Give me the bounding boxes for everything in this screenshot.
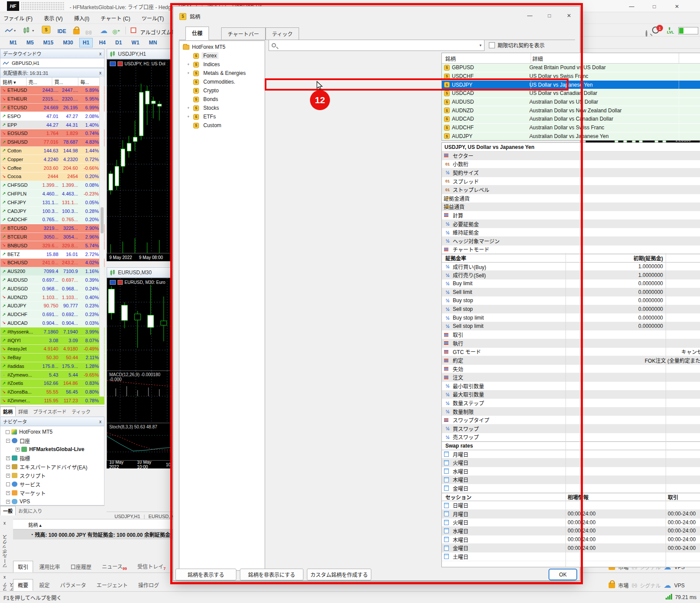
eurusd-chart-titlebar[interactable]: EURUSD,M30 [107,267,171,278]
market-watch-row[interactable]: AUDCHF 0.691... 0.692... 0.23% [0,310,104,319]
deposit-icon[interactable]: $ [42,26,50,34]
toolbox-tab[interactable]: 運用比率 [35,561,64,572]
tab-ticks[interactable]: ティック [266,27,299,40]
symbol-row[interactable]: $ AUDJPY Australian Dollar vs Japanese Y… [442,132,700,141]
scrollbar-thumb[interactable] [101,207,104,233]
dialog-close-button[interactable]: ✕ [561,11,577,20]
ide-button[interactable]: IDE [57,27,66,36]
tree-expand-icon[interactable]: − [6,439,10,443]
navigator-titlebar[interactable]: ナビゲータ x [0,417,104,426]
market-watch-row[interactable]: AUDCAD 0.904... 0.904... 0.03% [0,319,104,328]
menu-item[interactable]: 表示 (V) [44,14,63,22]
tree-expand-icon[interactable] [6,430,10,434]
tree-item[interactable]: $ Forex [179,51,265,60]
menu-item[interactable]: ファイル (F) [3,14,33,22]
market-watch-row[interactable]: CHFJPY 131.1... 131.1... 0.05% [0,198,104,207]
symbol-row[interactable]: $ AUDCAD Australian Dollar vs Canadian D… [442,115,700,124]
timeframe-button[interactable]: H4 [95,38,109,47]
tree-expand-icon[interactable]: + [6,465,10,469]
column-symbol[interactable]: 銘柄 [445,55,456,62]
tree-expand-icon[interactable]: + [187,115,193,119]
create-custom-symbol-button[interactable]: カスタム銘柄を作成する [307,569,371,580]
tree-expand-icon[interactable]: + [6,491,10,495]
market-watch-row[interactable]: ETCUSD 24.669 26.195 6.99% [0,104,104,112]
market-watch-row[interactable]: Coffee 203.60 204.60 -0.66% [0,164,104,172]
tree-expand-icon[interactable]: + [187,62,193,67]
navigator-tree-item[interactable]: − 口座 [0,436,104,445]
market-watch-row[interactable]: BTCEUR 3050... 3054... 2.96% [0,233,104,242]
column-header[interactable]: 売... [27,77,53,86]
tree-item[interactable]: + $ Stocks [179,104,265,112]
timeframe-button[interactable]: M15 [40,38,57,47]
symbol-row[interactable]: $ AUDNZD Australian Dollar vs New Zealan… [442,106,700,115]
column-header[interactable]: 買... [52,77,78,86]
tree-item[interactable]: + $ ETFs [179,112,265,121]
market-watch-row[interactable]: AUDSGD 0.968... 0.968... 0.24% [0,284,104,293]
navigator-tree-item[interactable]: サービス [0,480,104,488]
column-header[interactable]: 銘柄 ▾ [0,77,27,86]
tree-item[interactable]: + $ Metals & Energies [179,69,265,77]
market-watch-row[interactable]: ETHEUR 2315.... 2320.... 5.95% [0,95,104,104]
timeframe-button[interactable]: H1 [79,38,93,47]
market-watch-row[interactable]: CADJPY 100.3... 100.3... 0.28% [0,207,104,216]
tree-expand-icon[interactable]: + [187,71,193,75]
market-watch-row[interactable]: Copper 4.2240 4.2320 0.72% [0,155,104,164]
market-watch-row[interactable]: BTCUSD 3219... 3225... 2.90% [0,224,104,233]
tree-expand-icon[interactable]: + [6,500,10,504]
market-watch-row[interactable]: #easyJet 4.9140 4.9180 -0.49% [0,345,104,354]
symbol-search-box[interactable]: ▾ [269,40,485,51]
menu-item[interactable]: ツール(T) [141,14,164,22]
algo-trading-icon[interactable] [131,27,136,33]
tree-expand-icon[interactable]: + [6,474,10,478]
navigator-tree-item[interactable]: + HFMarketsGlobal-Live [0,445,104,454]
candle-chart-icon[interactable]: ▾ [23,26,34,35]
market-watch-row[interactable]: AUS200 7099.4 7100.9 1.16% [0,267,104,276]
tree-expand-icon[interactable]: + [6,456,10,460]
navigator-tree-item[interactable]: + エキスパートアドバイザ(EA) [0,462,104,471]
tester-tab[interactable]: 操作ログ [134,579,163,590]
navigator-tab[interactable]: お気に入り [16,506,45,515]
symbol-row[interactable]: $ USDCAD US Dollar vs Canadian Dollar [442,89,700,98]
column-detail[interactable]: 詳細 [532,55,543,62]
market-watch-row[interactable]: ETHUSD 2443.... 2447.... 5.89% [0,86,104,95]
market-watch-tab[interactable]: プライスボード [30,407,69,416]
market-watch-row[interactable]: CHFSGD 1.399... 1.399... 0.08% [0,181,104,190]
market-watch-row[interactable]: #adidas 175.8... 175.9... 1.28% [0,362,104,371]
market-watch-row[interactable]: EPP 44.27 44.31 1.40% [0,121,104,129]
data-window-symbol-row[interactable]: GBPUSD,H1 [0,58,104,68]
tab-specification[interactable]: 仕様 [185,27,209,40]
usdjpy-chart[interactable]: USDJPY, H1: US Dol [107,59,171,253]
tab-chart-bars[interactable]: チャートバー [221,27,266,40]
toolbox-col-symbol[interactable]: 銘柄 ▴ [28,521,42,528]
timeframe-button[interactable]: M1 [6,38,20,47]
market-watch-row[interactable]: #thyssenk... 7.1860 7.1940 3.99% [0,327,104,336]
tree-expand-icon[interactable]: + [187,106,193,110]
line-chart-icon[interactable]: ▾ [4,26,16,35]
market-watch-row[interactable]: CADCHF 0.765... 0.765... 0.20% [0,216,104,224]
timeframe-button[interactable]: D1 [112,38,125,47]
chart-tab[interactable]: USDJPY,H1 [114,514,140,519]
market-watch-tab[interactable]: ティック [69,407,93,416]
tree-item[interactable]: + $ Indices [179,60,265,69]
market-watch-row[interactable]: BNBUSD 329.6... 329.8... 5.74% [0,241,104,250]
signal-button[interactable]: シグナル [640,582,661,589]
market-watch-row[interactable]: #ZionsBa... 55.55 56.45 0.80% [0,388,104,397]
navigator-tree-item[interactable]: + マーケット [0,488,104,497]
navigator-tab[interactable]: 一般 [0,506,16,515]
market-watch-row[interactable]: EOSUSD 1.764 1.829 0.74% [0,129,104,138]
maximize-button[interactable]: □ [646,2,663,11]
close-icon[interactable]: x [99,71,101,75]
market-watch-row[interactable]: AUDNZD 1.103... 1.103... 0.40% [0,293,104,302]
hide-symbol-button[interactable]: 銘柄を非表示にする [240,569,303,580]
close-icon[interactable]: x [99,51,101,56]
market-watch-titlebar[interactable]: 気配値表示: 16:31:31 x [0,68,104,77]
market-watch-row[interactable]: #eBay 50.30 50.44 2.11% [0,354,104,362]
vps-button[interactable]: VPS [674,583,685,589]
symbol-row[interactable]: $ AUDUSD Australian Dollar vs US Dollar [442,98,700,107]
market-watch-row[interactable]: AUDUSD 0.697... 0.697... 0.39% [0,276,104,285]
market-bag-icon[interactable] [73,29,80,34]
toolbox-tab[interactable]: 受信トレイ7 [133,561,170,573]
timeframe-button[interactable]: M5 [23,38,37,47]
market-watch-scrollbar[interactable] [99,77,104,397]
market-watch-row[interactable]: BCHUSD 241.0... 243.2... 4.02% [0,259,104,267]
